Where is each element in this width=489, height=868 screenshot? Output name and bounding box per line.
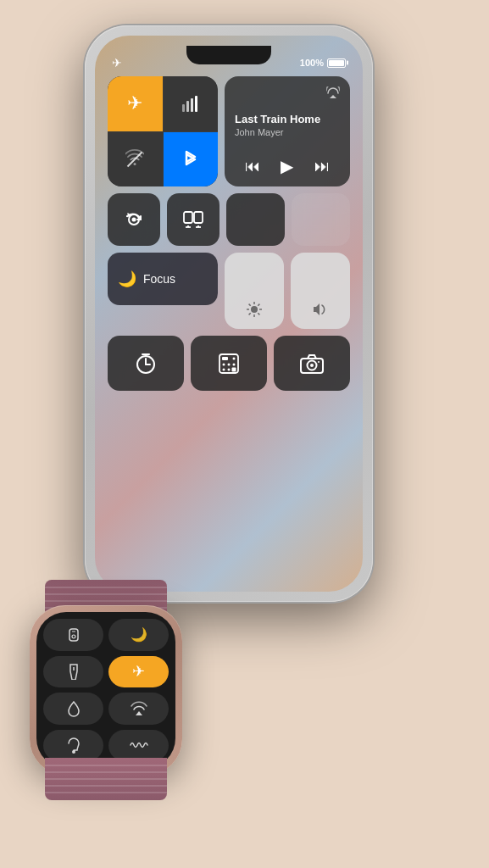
watch-screen: 🌙 ✈ — [36, 612, 175, 768]
focus-moon-icon: 🌙 — [118, 270, 136, 288]
svg-point-28 — [223, 363, 225, 365]
airplane-mode-button[interactable]: ✈ — [108, 76, 163, 131]
track-artist: John Mayer — [235, 127, 340, 137]
wifi-button[interactable] — [108, 132, 163, 187]
svg-rect-7 — [194, 212, 203, 223]
battery-percentage: 100% — [300, 58, 324, 68]
brightness-slider[interactable] — [225, 253, 284, 329]
scene: ✈ 100% ✈ — [0, 0, 489, 868]
now-playing-tile[interactable]: Last Train Home John Mayer ⏮ ▶ ⏭ — [225, 76, 350, 186]
battery-icon — [327, 58, 346, 68]
track-title: Last Train Home — [235, 113, 340, 126]
iphone-screen: ✈ 100% ✈ — [95, 36, 363, 592]
svg-rect-6 — [184, 212, 192, 223]
svg-rect-2 — [191, 98, 193, 112]
calculator-button[interactable] — [191, 336, 267, 391]
watch-band-bottom — [45, 758, 167, 800]
svg-point-37 — [318, 361, 320, 363]
watch-body: 🌙 ✈ — [30, 605, 182, 775]
now-playing-header — [235, 86, 340, 101]
svg-rect-26 — [222, 357, 228, 360]
cellular-button[interactable] — [164, 76, 219, 131]
apple-watch-device: 🌙 ✈ — [13, 580, 199, 800]
timer-button[interactable] — [108, 336, 184, 391]
camera-button[interactable] — [274, 336, 350, 391]
watch-do-not-disturb-button[interactable]: 🌙 — [108, 619, 169, 651]
playback-controls: ⏮ ▶ ⏭ — [235, 156, 340, 176]
airplane-mode-status-icon: ✈ — [112, 56, 122, 70]
watch-airplay-button[interactable] — [108, 693, 169, 725]
cc-row-4 — [108, 336, 350, 391]
svg-line-17 — [249, 304, 251, 306]
svg-point-40 — [72, 635, 75, 638]
bluetooth-button[interactable] — [164, 132, 219, 187]
play-pause-button[interactable]: ▶ — [281, 156, 293, 176]
cc-empty-tile-2 — [292, 193, 350, 246]
focus-label: Focus — [143, 272, 175, 286]
svg-line-20 — [249, 313, 251, 314]
svg-rect-3 — [195, 96, 197, 112]
watch-airplane-mode-button[interactable]: ✈ — [108, 656, 169, 688]
watch-walkie-talkie-button[interactable] — [43, 619, 103, 651]
control-center: ✈ — [108, 76, 350, 579]
battery-fill — [329, 60, 344, 66]
svg-point-29 — [228, 363, 231, 365]
connectivity-quad: ✈ — [108, 76, 218, 186]
iphone-device: ✈ 100% ✈ — [85, 25, 373, 602]
now-playing-info: Last Train Home John Mayer — [235, 101, 340, 149]
svg-point-36 — [310, 364, 314, 367]
cc-row-2 — [108, 193, 350, 246]
watch-water-lock-button[interactable] — [43, 693, 103, 725]
svg-rect-33 — [232, 367, 236, 371]
watch-hearing-button[interactable] — [43, 730, 103, 762]
svg-point-30 — [233, 363, 236, 365]
svg-rect-0 — [182, 104, 185, 112]
next-button[interactable]: ⏭ — [314, 158, 330, 175]
svg-rect-1 — [186, 101, 189, 112]
svg-point-5 — [132, 218, 136, 222]
cc-row-3: 🌙 Focus — [108, 253, 350, 329]
screen-mirror-button[interactable] — [167, 193, 219, 246]
screen-rotation-button[interactable] — [108, 193, 160, 246]
svg-line-19 — [258, 304, 259, 306]
watch-flashlight-button[interactable] — [43, 656, 103, 688]
svg-point-27 — [233, 357, 236, 359]
watch-noise-button[interactable] — [108, 730, 169, 762]
previous-button[interactable]: ⏮ — [245, 158, 260, 175]
status-right: 100% — [300, 58, 346, 68]
focus-button[interactable]: 🌙 Focus — [108, 253, 218, 305]
svg-point-32 — [228, 368, 231, 370]
airplay-icon — [326, 86, 340, 101]
watch-control-grid: 🌙 ✈ — [36, 612, 175, 768]
cc-empty-tile-1 — [226, 193, 285, 246]
cc-row-1: ✈ — [108, 76, 350, 186]
volume-slider[interactable] — [291, 253, 350, 329]
svg-point-31 — [223, 368, 225, 370]
iphone-notch — [186, 46, 271, 64]
svg-line-18 — [258, 313, 259, 314]
status-left: ✈ — [112, 56, 122, 70]
svg-point-12 — [251, 306, 258, 313]
